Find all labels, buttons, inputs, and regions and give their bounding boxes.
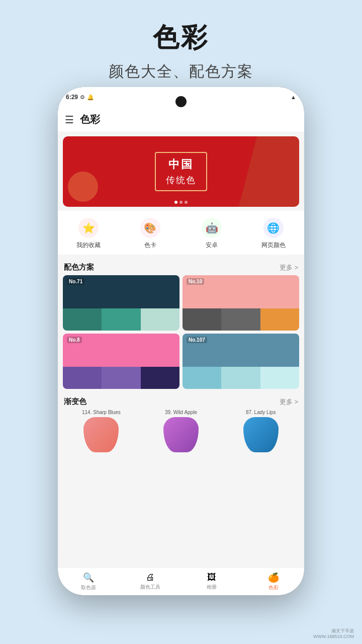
section-header-gradient: 渐变色 更多 > <box>58 392 304 410</box>
menu-icon[interactable]: ☰ <box>65 114 74 126</box>
page-background: 色彩 颜色大全、配色方案 6:29 ⚙ 🔔 ▲ ☰ 色彩 <box>0 0 362 644</box>
section-title-gradient: 渐变色 <box>64 397 86 407</box>
palette-label-no8: No.8 <box>67 337 82 343</box>
section-more-palette[interactable]: 更多 > <box>280 263 298 272</box>
picker-nav-label: 取色器 <box>81 584 96 591</box>
favorites-icon: ⭐ <box>78 218 99 238</box>
gradient-label-wild-apple: 39. Wild Apple <box>143 410 220 415</box>
banner-subtitle: 传统色 <box>166 174 196 186</box>
gradient-items: 114. Sharp Blues 39. Wild Apple 87. Lady… <box>63 410 299 452</box>
gradient-item-wild-apple[interactable]: 39. Wild Apple <box>143 410 220 452</box>
page-header: 色彩 颜色大全、配色方案 <box>0 20 362 82</box>
bottom-nav: 🔍 取色器 🖨 颜色工具 🖼 相册 🍊 色彩 <box>58 567 304 595</box>
banner[interactable]: 中国 传统色 <box>63 136 299 207</box>
nav-item-picker[interactable]: 🔍 取色器 <box>58 572 120 591</box>
android-icon: 🤖 <box>202 218 222 238</box>
quick-nav: ⭐ 我的收藏 🎨 色卡 🤖 安卓 🌐 网页颜色 <box>58 211 304 255</box>
colorcard-icon: 🎨 <box>140 218 160 238</box>
main-content[interactable]: 中国 传统色 ⭐ 我的收藏 🎨 <box>58 132 304 567</box>
colors-nav-icon: 🍊 <box>268 572 279 583</box>
nav-item-webcolors[interactable]: 🌐 网页颜色 <box>243 218 305 250</box>
screen: 6:29 ⚙ 🔔 ▲ ☰ 色彩 中国 <box>58 87 304 595</box>
gradient-label-lady-lips: 87. Lady Lips <box>222 410 299 415</box>
tools-nav-icon: 🖨 <box>146 572 155 583</box>
watermark: 湘天下手游WWW.168510.COM <box>313 628 354 640</box>
gradient-item-lady-lips[interactable]: 87. Lady Lips <box>222 410 299 452</box>
favorites-label: 我的收藏 <box>76 241 101 250</box>
tools-nav-label: 颜色工具 <box>140 584 160 591</box>
banner-dot-0[interactable] <box>174 201 177 204</box>
nav-item-album[interactable]: 🖼 相册 <box>181 572 243 591</box>
settings-icon: ⚙ <box>80 94 85 101</box>
palette-card-no71[interactable]: No.71 <box>63 275 179 331</box>
nav-item-android[interactable]: 🤖 安卓 <box>181 218 243 250</box>
gradient-label-sharp-blues: 114. Sharp Blues <box>63 410 140 415</box>
section-more-gradient[interactable]: 更多 > <box>280 397 298 407</box>
webcolors-label: 网页颜色 <box>261 241 286 250</box>
colors-nav-label: 色彩 <box>268 584 279 591</box>
page-title-main: 色彩 <box>0 20 362 55</box>
colorcard-label: 色卡 <box>144 241 156 250</box>
app-bar: ☰ 色彩 <box>58 107 304 132</box>
notification-icon: 🔔 <box>87 94 94 101</box>
album-nav-label: 相册 <box>207 584 217 591</box>
banner-deco-right <box>239 136 299 207</box>
camera-notch <box>175 96 187 107</box>
gradient-circle-wild-apple <box>163 417 199 452</box>
album-nav-icon: 🖼 <box>207 572 216 583</box>
banner-dots <box>174 201 188 204</box>
palette-label-no71: No.71 <box>67 278 84 285</box>
banner-dot-1[interactable] <box>179 201 183 204</box>
status-time: 6:29 <box>66 94 78 101</box>
picker-nav-icon: 🔍 <box>83 572 94 583</box>
palette-card-no107[interactable]: No.107 <box>183 334 299 389</box>
banner-text-box: 中国 传统色 <box>155 152 207 191</box>
page-subtitle: 颜色大全、配色方案 <box>0 61 362 82</box>
gradient-section: 114. Sharp Blues 39. Wild Apple 87. Lady… <box>58 410 304 457</box>
gradient-item-sharp-blues[interactable]: 114. Sharp Blues <box>63 410 140 452</box>
palette-grid: No.71 No.10 <box>58 275 304 392</box>
section-title-palette: 配色方案 <box>64 263 94 272</box>
banner-deco-left <box>68 172 98 202</box>
nav-item-favorites[interactable]: ⭐ 我的收藏 <box>58 218 120 250</box>
nav-item-tools[interactable]: 🖨 颜色工具 <box>120 572 182 591</box>
palette-card-no10[interactable]: No.10 <box>183 275 299 331</box>
nav-item-colors[interactable]: 🍊 色彩 <box>243 572 305 591</box>
phone-frame: 6:29 ⚙ 🔔 ▲ ☰ 色彩 中国 <box>58 87 304 595</box>
section-header-palette: 配色方案 更多 > <box>58 258 304 275</box>
webcolors-icon: 🌐 <box>263 218 284 238</box>
signal-icon: ▲ <box>291 94 296 100</box>
app-bar-title: 色彩 <box>80 113 100 126</box>
android-label: 安卓 <box>206 241 218 250</box>
gradient-circle-sharp-blues <box>83 417 119 452</box>
palette-label-no107: No.107 <box>187 337 207 343</box>
nav-item-colorcard[interactable]: 🎨 色卡 <box>120 218 182 250</box>
banner-dot-2[interactable] <box>185 201 188 204</box>
palette-card-no8[interactable]: No.8 <box>63 334 179 389</box>
palette-label-no10: No.10 <box>187 278 204 285</box>
gradient-circle-lady-lips <box>243 417 279 452</box>
banner-title: 中国 <box>166 157 196 172</box>
